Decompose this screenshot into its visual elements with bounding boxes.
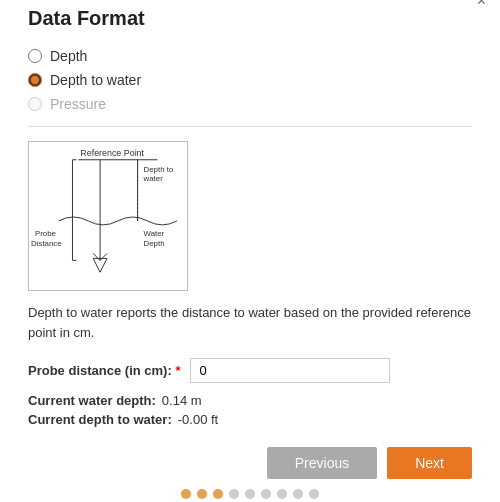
dot-2 [197,489,207,499]
radio-pressure[interactable] [28,97,42,111]
probe-distance-row: Probe distance (in cm): * [28,358,472,383]
close-button[interactable]: × [477,0,486,9]
option-depth-to-water[interactable]: Depth to water [28,72,472,88]
required-star: * [175,363,180,378]
option-depth-label: Depth [50,48,87,64]
radio-depth[interactable] [28,49,42,63]
svg-text:water: water [143,174,164,183]
button-row: Previous Next [28,447,472,479]
svg-text:Probe: Probe [35,229,57,238]
svg-line-11 [93,253,100,260]
option-pressure[interactable]: Pressure [28,96,472,112]
water-depth-info: Current water depth: 0.14 m [28,393,472,408]
svg-text:Reference Point: Reference Point [80,148,144,158]
dialog-title: Data Format [28,7,472,30]
progress-dots [181,489,319,499]
option-depth-to-water-label: Depth to water [50,72,141,88]
format-options: Depth Depth to water Pressure [28,48,472,112]
info-section: Current water depth: 0.14 m Current dept… [28,393,472,427]
dot-9 [309,489,319,499]
dot-1 [181,489,191,499]
svg-marker-13 [93,258,107,272]
next-button[interactable]: Next [387,447,472,479]
svg-text:Distance: Distance [31,239,62,248]
probe-distance-label: Probe distance (in cm): * [28,363,180,378]
water-depth-key: Current water depth: [28,393,156,408]
dot-4 [229,489,239,499]
option-depth[interactable]: Depth [28,48,472,64]
dot-8 [293,489,303,499]
diagram: Reference Point Depth to water Water Dep… [28,141,188,291]
depth-to-water-key: Current depth to water: [28,412,172,427]
probe-distance-input[interactable] [190,358,390,383]
water-depth-value: 0.14 m [162,393,202,408]
dot-7 [277,489,287,499]
svg-line-12 [100,253,107,260]
svg-text:Depth to: Depth to [144,165,174,174]
radio-depth-to-water[interactable] [28,73,42,87]
description: Depth to water reports the distance to w… [28,303,472,342]
depth-to-water-info: Current depth to water: -0.00 ft [28,412,472,427]
diagram-svg: Reference Point Depth to water Water Dep… [29,142,187,290]
divider [28,126,472,127]
dot-6 [261,489,271,499]
svg-text:Depth: Depth [144,239,165,248]
depth-to-water-value: -0.00 ft [178,412,218,427]
dialog: × Data Format Depth Depth to water Press… [0,0,500,502]
footer: Previous Next [28,447,472,499]
previous-button[interactable]: Previous [267,447,377,479]
dot-3 [213,489,223,499]
option-pressure-label: Pressure [50,96,106,112]
dot-5 [245,489,255,499]
svg-text:Water: Water [144,229,165,238]
